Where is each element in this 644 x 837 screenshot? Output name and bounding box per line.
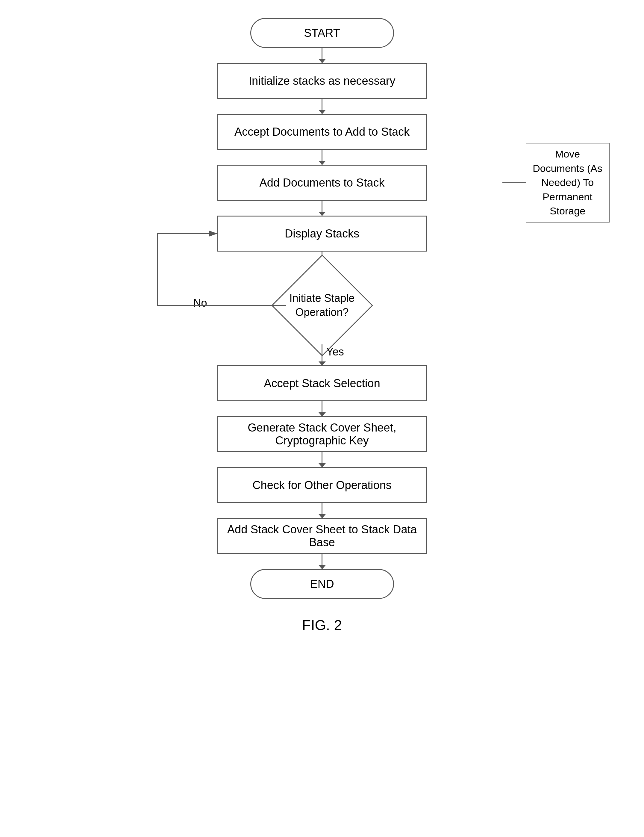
diamond-text: Initiate Staple Operation?	[268, 291, 376, 320]
diamond-label: Initiate Staple Operation?	[289, 292, 354, 318]
start-label: START	[304, 27, 340, 39]
yes-arrow-container: Yes	[321, 345, 323, 365]
add-cover-shape: Add Stack Cover Sheet to Stack Data Base	[217, 518, 427, 554]
arrow-add-cover-to-end	[321, 554, 323, 569]
start-shape: START	[250, 18, 394, 48]
accept-stack-label: Accept Stack Selection	[264, 377, 380, 390]
init-shape: Initialize stacks as necessary	[217, 63, 427, 99]
add-cover-node: Add Stack Cover Sheet to Stack Data Base	[143, 518, 502, 554]
arrow-accept-stack-to-gen	[321, 401, 323, 416]
init-label: Initialize stacks as necessary	[249, 75, 395, 87]
accept-docs-node: Accept Documents to Add to Stack	[143, 114, 502, 150]
end-shape: END	[250, 569, 394, 599]
display-label: Display Stacks	[285, 227, 359, 240]
gen-cover-node: Generate Stack Cover Sheet, Cryptographi…	[143, 416, 502, 452]
side-note-text: Move Documents (As Needed) To Permanent …	[533, 148, 602, 217]
add-docs-node: Add Documents to Stack Move Documents (A…	[143, 165, 502, 201]
add-cover-label: Add Stack Cover Sheet to Stack Data Base	[218, 523, 426, 549]
add-docs-shape: Add Documents to Stack	[217, 165, 427, 201]
arrow-add-to-display	[321, 201, 323, 216]
accept-stack-node: Accept Stack Selection	[143, 365, 502, 401]
yes-label: Yes	[326, 346, 344, 358]
end-label: END	[310, 578, 334, 591]
gen-cover-label: Generate Stack Cover Sheet, Cryptographi…	[218, 421, 426, 447]
display-shape: Display Stacks	[217, 216, 427, 251]
arrow-start-to-init	[321, 48, 323, 63]
check-ops-label: Check for Other Operations	[252, 479, 392, 492]
flowchart-diagram: START Initialize stacks as necessary Acc…	[143, 18, 502, 633]
side-note: Move Documents (As Needed) To Permanent …	[526, 143, 610, 223]
check-ops-node: Check for Other Operations	[143, 467, 502, 503]
gen-cover-shape: Generate Stack Cover Sheet, Cryptographi…	[217, 416, 427, 452]
end-node: END	[143, 569, 502, 599]
display-node: Display Stacks	[143, 216, 502, 251]
side-note-connector	[502, 182, 526, 183]
arrow-init-to-accept	[321, 99, 323, 114]
arrow-accept-to-add	[321, 150, 323, 165]
initiate-diamond: Initiate Staple Operation?	[268, 266, 376, 345]
no-label: No	[193, 297, 207, 309]
accept-docs-label: Accept Documents to Add to Stack	[234, 125, 410, 138]
fig-label: FIG. 2	[302, 617, 342, 633]
start-node: START	[143, 18, 502, 48]
side-note-box: Move Documents (As Needed) To Permanent …	[526, 143, 610, 223]
init-node: Initialize stacks as necessary	[143, 63, 502, 99]
arrow-gen-to-check	[321, 452, 323, 467]
accept-stack-shape: Accept Stack Selection	[217, 365, 427, 401]
arrow-check-to-add-cover	[321, 503, 323, 518]
accept-docs-shape: Accept Documents to Add to Stack	[217, 114, 427, 150]
diamond-row: No Initiate Staple Operation?	[187, 266, 457, 345]
add-docs-label: Add Documents to Stack	[259, 176, 384, 189]
check-ops-shape: Check for Other Operations	[217, 467, 427, 503]
